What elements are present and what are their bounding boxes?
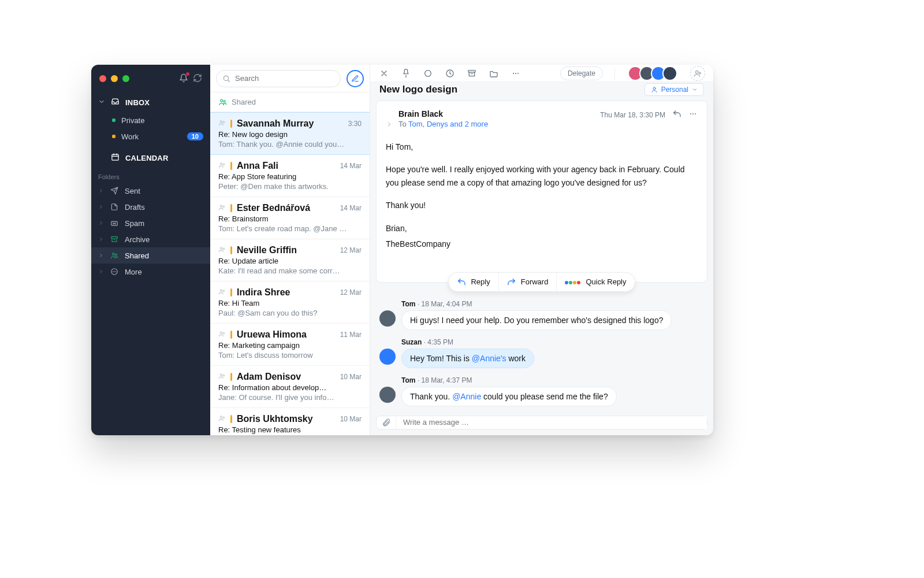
compose-input[interactable] (396, 416, 707, 429)
svg-point-17 (223, 206, 225, 208)
comment-bubble: Thank you. @Annie could you please send … (401, 387, 617, 406)
dots-icon (511, 69, 520, 78)
close-button[interactable] (378, 68, 390, 79)
svg-point-6 (113, 272, 113, 272)
thread-item[interactable]: Adam Denisov 10 Mar Re: Information abou… (210, 366, 370, 408)
calendar-label: CALENDAR (125, 154, 169, 162)
svg-point-9 (223, 76, 228, 80)
thread-item[interactable]: Boris Ukhtomsky 10 Mar Re: Testing new f… (210, 408, 370, 435)
thread-item[interactable]: Indira Shree 12 Mar Re: Hi Team Paul: @S… (210, 281, 370, 324)
thread-subject: Re: Testing new features (218, 425, 362, 434)
notifications-icon[interactable] (179, 73, 188, 84)
email-signature-line: Brian, (386, 222, 698, 235)
flag-indicator (230, 204, 232, 212)
search-field[interactable] (216, 70, 341, 87)
work-label: Work (121, 132, 139, 141)
thread-date: 14 Mar (340, 162, 362, 170)
list-toolbar (210, 65, 370, 92)
close-icon (379, 69, 389, 78)
thread-date: 10 Mar (340, 415, 362, 423)
dots-icon (688, 109, 698, 118)
send-icon (110, 187, 119, 195)
search-icon (222, 75, 230, 83)
search-input[interactable] (235, 74, 334, 83)
tag-pill[interactable]: Personal (644, 83, 704, 96)
pin-button[interactable] (400, 68, 412, 79)
mention[interactable]: @Annie's (472, 354, 506, 363)
tag-label: Personal (661, 86, 688, 94)
thread-sender: Ester Bednářová (237, 203, 310, 213)
folder-icon (489, 69, 498, 78)
sidebar-item-label: Shared (125, 251, 149, 260)
comment-avatar (379, 310, 396, 327)
mention[interactable]: @Annie (452, 392, 481, 401)
participant-avatar[interactable] (662, 66, 677, 81)
sidebar-inbox-work[interactable]: Work 10 (91, 128, 210, 144)
sidebar-item-more[interactable]: More (91, 264, 210, 280)
thread-sender: Savannah Murray (237, 118, 314, 129)
email-more-button[interactable] (688, 109, 698, 120)
svg-point-37 (692, 113, 694, 114)
comment-avatar (379, 349, 396, 365)
thread-item[interactable]: Anna Fali 14 Mar Re: App Store featuring… (210, 155, 370, 197)
email-date: Thu Mar 18, 3:30 PM (600, 111, 665, 119)
delegate-button[interactable]: Delegate (560, 66, 603, 80)
add-participant-button[interactable] (690, 66, 705, 81)
archive-button[interactable] (466, 68, 478, 79)
sidebar-item-label: Spam (125, 219, 144, 228)
recipients-link[interactable]: Tom, Denys and 2 more (408, 120, 488, 128)
sidebar-item-archive[interactable]: Archive (91, 231, 210, 247)
attach-button[interactable] (377, 416, 396, 429)
svg-point-20 (220, 290, 222, 291)
people-icon (218, 329, 226, 340)
compose-button[interactable] (346, 70, 364, 87)
circle-icon (423, 69, 433, 78)
svg-point-22 (220, 332, 222, 334)
forward-icon (507, 277, 516, 287)
svg-point-15 (223, 164, 225, 165)
thread-item[interactable]: Neville Griffin 12 Mar Re: Update articl… (210, 239, 370, 281)
traffic-light-zoom[interactable] (122, 75, 129, 82)
sidebar-section-inbox[interactable]: INBOX (91, 92, 210, 112)
traffic-light-minimize[interactable] (111, 75, 118, 82)
sidebar-item-spam[interactable]: Spam (91, 215, 210, 231)
svg-point-19 (223, 248, 225, 250)
people-icon (218, 414, 226, 424)
thread-date: 12 Mar (340, 288, 362, 297)
sidebar-item-shared[interactable]: Shared (91, 247, 210, 264)
more-button[interactable] (510, 68, 521, 79)
svg-point-36 (690, 113, 691, 114)
expand-toggle[interactable] (386, 120, 393, 130)
sidebar-item-label: Drafts (125, 203, 145, 212)
snooze-button[interactable] (444, 68, 456, 79)
quick-reply-button[interactable]: Quick Reply (556, 273, 634, 291)
sidebar-inbox-private[interactable]: Private (91, 112, 210, 128)
sidebar-item-sent[interactable]: Sent (91, 183, 210, 199)
archive-icon (467, 69, 476, 78)
thread-snippet: Paul: @Sam can you do this? (218, 309, 362, 317)
sidebar-section-calendar[interactable]: CALENDAR (91, 148, 210, 168)
dot-icon (112, 135, 116, 138)
thread-item[interactable]: Ester Bednářová 14 Mar Re: Brainstorm To… (210, 197, 370, 239)
svg-point-13 (223, 121, 225, 123)
thread-item[interactable]: Savannah Murray 3:30 Re: New logo design… (210, 112, 370, 155)
svg-point-23 (223, 332, 225, 334)
chevron-right-icon (98, 253, 104, 258)
flag-indicator (230, 162, 232, 170)
forward-button[interactable]: Forward (498, 273, 557, 291)
thread-item[interactable]: Uruewa Himona 11 Mar Re: Marketing campa… (210, 324, 370, 366)
reply-icon (672, 109, 681, 118)
reply-button[interactable]: Reply (449, 273, 498, 291)
mark-unread-button[interactable] (422, 68, 434, 79)
thread-date: 12 Mar (340, 246, 362, 254)
people-icon (218, 203, 226, 213)
move-button[interactable] (488, 68, 500, 79)
sync-icon[interactable] (193, 73, 202, 84)
sidebar-item-drafts[interactable]: Drafts (91, 199, 210, 215)
svg-point-7 (114, 272, 115, 272)
traffic-light-close[interactable] (99, 75, 106, 82)
reply-icon-button[interactable] (672, 109, 681, 120)
comment-thread: Tom · 18 Mar, 4:04 PM Hi guys! I need yo… (370, 283, 713, 412)
comment-bubble: Hi guys! I need your help. Do you rememb… (401, 310, 672, 330)
thread-snippet: Peter: @Den make this artworks. (218, 182, 362, 191)
